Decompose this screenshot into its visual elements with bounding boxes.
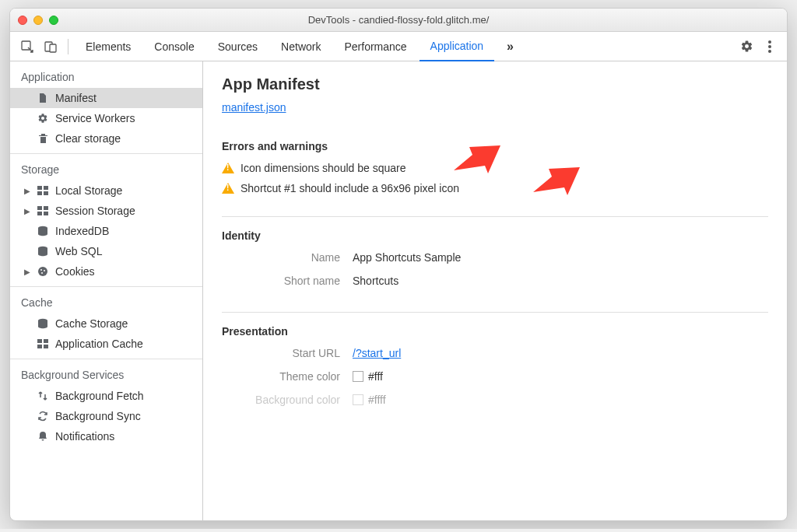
- warning-icon: [222, 183, 234, 194]
- devtools-window: DevTools - candied-flossy-fold.glitch.me…: [9, 8, 788, 521]
- kv-value: #ffff: [368, 394, 386, 406]
- minimize-window-button[interactable]: [33, 16, 43, 25]
- svg-rect-9: [37, 212, 42, 215]
- sidebar-heading-bg-services: Background Services: [10, 364, 202, 386]
- warning-text: Shortcut #1 should include a 96x96 pixel…: [241, 182, 459, 194]
- database-icon: [37, 318, 49, 329]
- inspect-element-icon[interactable]: [16, 36, 38, 58]
- sidebar-item-background-fetch[interactable]: Background Fetch: [10, 386, 202, 406]
- window-titlebar: DevTools - candied-flossy-fold.glitch.me…: [10, 9, 787, 32]
- traffic-lights: [18, 16, 58, 25]
- sidebar-heading-cache: Cache: [10, 292, 202, 313]
- tabs-overflow[interactable]: »: [496, 32, 525, 61]
- chevron-right-icon: ▶: [24, 187, 30, 195]
- kv-value: Shortcuts: [353, 275, 398, 287]
- database-icon: [37, 226, 49, 236]
- sidebar-item-label: Session Storage: [55, 205, 135, 217]
- svg-rect-19: [44, 339, 48, 343]
- svg-point-13: [38, 267, 47, 276]
- sync-icon: [37, 411, 49, 422]
- sidebar-item-indexeddb[interactable]: IndexedDB: [10, 221, 202, 241]
- sidebar-heading-application: Application: [10, 66, 202, 88]
- color-swatch: [353, 394, 363, 405]
- cookie-icon: [37, 266, 49, 277]
- table-icon: [37, 339, 49, 348]
- sidebar-item-label: Background Sync: [55, 410, 141, 422]
- database-icon: [37, 246, 49, 257]
- kv-label: Theme color: [222, 370, 353, 383]
- device-toggle-icon[interactable]: [40, 36, 61, 58]
- svg-rect-20: [37, 345, 42, 348]
- warning-row: Shortcut #1 should include a 96x96 pixel…: [222, 182, 768, 194]
- annotation-arrow-icon: [533, 161, 580, 197]
- sidebar-item-label: Notifications: [55, 430, 114, 443]
- sidebar-item-background-sync[interactable]: Background Sync: [10, 406, 202, 426]
- svg-point-16: [41, 272, 43, 274]
- sidebar-item-label: Service Workers: [55, 112, 135, 124]
- sidebar-item-service-workers[interactable]: Service Workers: [10, 108, 202, 128]
- transfer-icon: [37, 390, 49, 401]
- sidebar-item-label: Background Fetch: [55, 390, 144, 402]
- tab-performance[interactable]: Performance: [333, 32, 417, 61]
- svg-rect-8: [44, 206, 48, 210]
- annotation-arrow-icon: [454, 139, 500, 175]
- sidebar-item-manifest[interactable]: Manifest: [10, 88, 202, 108]
- warning-text: Icon dimensions should be square: [241, 162, 406, 174]
- sidebar-item-local-storage[interactable]: ▶ Local Storage: [10, 180, 202, 201]
- svg-rect-21: [44, 345, 48, 348]
- svg-rect-7: [37, 206, 42, 210]
- sidebar-item-application-cache[interactable]: Application Cache: [10, 334, 202, 354]
- toolbar-separator: [68, 39, 68, 54]
- sidebar-item-label: Cache Storage: [55, 317, 128, 330]
- svg-marker-22: [454, 145, 500, 173]
- sidebar-item-session-storage[interactable]: ▶ Session Storage: [10, 201, 202, 221]
- presentation-section: Presentation Start URL /?start_url Theme…: [222, 313, 768, 431]
- window-title: DevTools - candied-flossy-fold.glitch.me…: [10, 14, 787, 26]
- section-heading-identity: Identity: [222, 229, 768, 242]
- presentation-starturl-row: Start URL /?start_url: [222, 347, 768, 359]
- table-icon: [37, 186, 49, 195]
- sidebar-item-label: Clear storage: [55, 132, 121, 145]
- presentation-bgcolor-row: Background color #ffff: [222, 394, 768, 406]
- presentation-themecolor-row: Theme color #fff: [222, 370, 768, 383]
- sidebar-heading-storage: Storage: [10, 159, 202, 180]
- sidebar-item-websql[interactable]: Web SQL: [10, 241, 202, 261]
- svg-marker-23: [533, 167, 580, 195]
- svg-rect-2: [50, 44, 56, 52]
- maximize-window-button[interactable]: [49, 16, 58, 25]
- warning-icon: [222, 163, 234, 173]
- devtools-toolbar: Elements Console Sources Network Perform…: [10, 32, 787, 61]
- tab-application[interactable]: Application: [420, 32, 495, 61]
- section-heading-presentation: Presentation: [222, 325, 768, 338]
- kv-value: App Shortcuts Sample: [353, 251, 461, 264]
- chevron-right-icon: ▶: [24, 207, 30, 215]
- close-window-button[interactable]: [18, 16, 27, 25]
- tab-console[interactable]: Console: [143, 32, 205, 61]
- sidebar-item-cookies[interactable]: ▶ Cookies: [10, 261, 202, 282]
- sidebar-separator: [10, 359, 202, 359]
- sidebar-item-label: Application Cache: [55, 338, 143, 350]
- panel-body: Application Manifest Service Workers Cle…: [10, 61, 787, 520]
- application-sidebar: Application Manifest Service Workers Cle…: [10, 61, 203, 520]
- sidebar-item-label: Local Storage: [55, 184, 122, 197]
- color-swatch: [353, 371, 363, 382]
- sidebar-item-label: Cookies: [55, 265, 95, 278]
- sidebar-item-label: Manifest: [55, 92, 97, 104]
- sidebar-item-cache-storage[interactable]: Cache Storage: [10, 313, 202, 334]
- identity-name-row: Name App Shortcuts Sample: [222, 251, 768, 264]
- sidebar-item-notifications[interactable]: Notifications: [10, 426, 202, 446]
- gear-icon[interactable]: [736, 36, 757, 58]
- kebab-menu-icon[interactable]: [759, 36, 781, 58]
- kv-value: #fff: [368, 370, 383, 383]
- tab-elements[interactable]: Elements: [75, 32, 142, 61]
- start-url-link[interactable]: /?start_url: [353, 347, 401, 359]
- svg-rect-5: [37, 191, 42, 195]
- tab-network[interactable]: Network: [270, 32, 332, 61]
- sidebar-separator: [10, 286, 202, 287]
- svg-rect-4: [44, 186, 48, 190]
- manifest-link[interactable]: manifest.json: [222, 101, 286, 114]
- svg-rect-3: [37, 186, 42, 190]
- sidebar-item-clear-storage[interactable]: Clear storage: [10, 128, 202, 149]
- svg-rect-6: [44, 191, 48, 195]
- tab-sources[interactable]: Sources: [207, 32, 269, 61]
